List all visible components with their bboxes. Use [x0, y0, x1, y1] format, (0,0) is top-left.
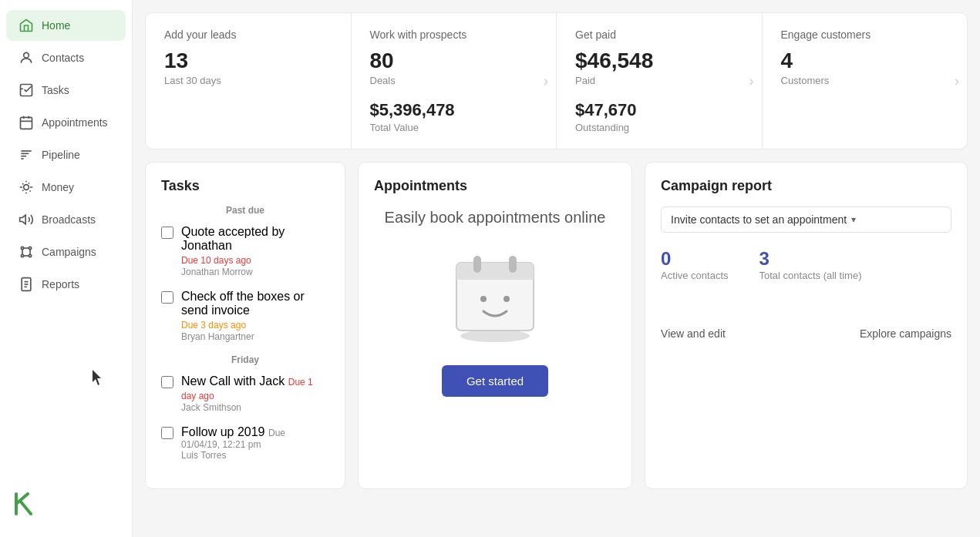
sidebar: Home Contacts Tasks Appointments Pipelin…	[0, 0, 133, 537]
task-checkbox-2[interactable]	[161, 376, 173, 388]
task-title-2: New Call with Jack Due 1 day ago	[181, 374, 329, 402]
campaigns-icon	[19, 244, 34, 260]
sidebar-label-tasks: Tasks	[42, 84, 69, 96]
stat-title-2: Get paid	[575, 29, 743, 41]
svg-point-16	[29, 254, 31, 257]
stat-engage-customers: Engage customers 4 Customers ›	[763, 13, 968, 149]
appointments-promo: Easily book appointments online	[385, 206, 606, 228]
stat-sublabel-2: Paid	[575, 75, 743, 86]
view-edit-link[interactable]: View and edit	[661, 327, 726, 340]
sidebar-item-broadcasts[interactable]: Broadcasts	[6, 204, 126, 235]
svg-point-25	[460, 330, 530, 342]
calendar-illustration	[449, 243, 541, 347]
task-item: New Call with Jack Due 1 day ago Jack Sm…	[161, 374, 329, 413]
stat-value-1: 80	[370, 49, 538, 73]
sidebar-label-money: Money	[42, 181, 74, 193]
sidebar-item-pipeline[interactable]: Pipeline	[6, 139, 126, 170]
stat-title-0: Add your leads	[164, 29, 332, 41]
task-title-1: Check off the boxes or send invoice	[181, 290, 329, 317]
money-icon	[19, 180, 34, 195]
task-title-text-0: Quote accepted by Jonathan	[181, 225, 285, 252]
svg-rect-1	[21, 85, 32, 96]
explore-campaigns-link[interactable]: Explore campaigns	[860, 327, 951, 340]
appointments-card: Appointments Easily book appointments on…	[358, 162, 632, 489]
calendar-icon	[449, 243, 541, 344]
friday-label: Friday	[161, 354, 329, 365]
sidebar-item-money[interactable]: Money	[6, 172, 126, 203]
task-item: Check off the boxes or send invoice Due …	[161, 290, 329, 342]
sidebar-item-reports[interactable]: Reports	[6, 269, 126, 300]
task-due-date-3: 01/04/19, 12:21 pm	[181, 439, 285, 450]
svg-point-0	[24, 52, 29, 58]
svg-point-31	[480, 296, 487, 302]
stat-secondary-label-1: Total Value	[370, 122, 538, 133]
sidebar-item-contacts[interactable]: Contacts	[6, 42, 126, 73]
task-person-1: Bryan Hangartner	[181, 331, 329, 342]
appointments-title: Appointments	[374, 178, 467, 194]
total-contacts-stat: 3 Total contacts (all time)	[759, 248, 862, 281]
task-checkbox-0[interactable]	[161, 227, 173, 239]
contacts-icon	[19, 50, 34, 65]
svg-rect-28	[456, 272, 534, 280]
task-due-3: Due	[268, 428, 285, 438]
campaign-card: Campaign report Invite contacts to set a…	[645, 162, 968, 489]
task-person-3: Luis Torres	[181, 450, 285, 461]
task-due-0: Due 10 days ago	[181, 255, 251, 266]
svg-marker-12	[20, 215, 26, 224]
svg-rect-3	[21, 117, 32, 129]
task-person-2: Jack Smithson	[181, 402, 329, 413]
arrow-icon-3: ›	[955, 73, 959, 89]
sidebar-item-tasks[interactable]: Tasks	[6, 75, 126, 106]
sidebar-label-broadcasts: Broadcasts	[42, 213, 96, 226]
svg-rect-29	[473, 256, 481, 273]
sidebar-item-appointments[interactable]: Appointments	[6, 107, 126, 138]
task-content-3: Follow up 2019 Due 01/04/19, 12:21 pm Lu…	[181, 425, 285, 461]
svg-rect-30	[509, 256, 517, 273]
arrow-icon-1: ›	[544, 73, 548, 89]
stat-add-leads: Add your leads 13 Last 30 days	[146, 13, 352, 149]
sidebar-label-campaigns: Campaigns	[42, 246, 96, 258]
get-started-button[interactable]: Get started	[442, 365, 548, 397]
svg-point-14	[29, 247, 31, 249]
sidebar-label-appointments: Appointments	[42, 116, 108, 129]
task-title-text-1: Check off the boxes or send invoice	[181, 290, 305, 317]
task-title-3: Follow up 2019 Due	[181, 425, 285, 439]
tasks-icon	[19, 82, 34, 98]
sidebar-item-campaigns[interactable]: Campaigns	[6, 237, 126, 267]
task-checkbox-3[interactable]	[161, 427, 173, 439]
task-content-1: Check off the boxes or send invoice Due …	[181, 290, 329, 342]
broadcasts-icon	[19, 212, 34, 227]
total-contacts-label: Total contacts (all time)	[759, 270, 862, 281]
home-icon	[19, 18, 34, 33]
stat-work-prospects: Work with prospects 80 Deals $5,396,478 …	[352, 13, 557, 149]
svg-point-13	[21, 247, 23, 249]
appointments-icon	[19, 115, 34, 130]
tasks-card: Tasks Past due Quote accepted by Jonatha…	[145, 162, 345, 489]
sidebar-item-home[interactable]: Home	[6, 10, 126, 41]
sidebar-label-reports: Reports	[42, 278, 79, 290]
main-content: Add your leads 13 Last 30 days Work with…	[133, 0, 980, 537]
stat-secondary-label-2: Outstanding	[575, 122, 743, 133]
arrow-icon-2: ›	[749, 73, 754, 89]
stat-title-1: Work with prospects	[370, 29, 538, 41]
task-item: Quote accepted by Jonathan Due 10 days a…	[161, 225, 329, 277]
pipeline-icon	[19, 147, 34, 163]
bottom-row: Tasks Past due Quote accepted by Jonatha…	[145, 162, 968, 489]
task-content-2: New Call with Jack Due 1 day ago Jack Sm…	[181, 374, 329, 413]
task-person-0: Jonathan Morrow	[181, 267, 329, 277]
task-content-0: Quote accepted by Jonathan Due 10 days a…	[181, 225, 329, 277]
stat-sublabel-0: Last 30 days	[164, 75, 332, 86]
stat-get-paid: Get paid $46,548 Paid $47,670 Outstandin…	[557, 13, 763, 149]
task-checkbox-1[interactable]	[161, 291, 173, 304]
stat-title-3: Engage customers	[781, 29, 949, 41]
svg-point-11	[24, 185, 29, 190]
task-title-0: Quote accepted by Jonathan	[181, 225, 329, 253]
task-item: Follow up 2019 Due 01/04/19, 12:21 pm Lu…	[161, 425, 329, 461]
campaign-dropdown[interactable]: Invite contacts to set an appointment ▾	[661, 206, 951, 233]
campaign-footer: View and edit Explore campaigns	[661, 327, 951, 340]
stat-secondary-value-2: $47,670	[575, 100, 743, 120]
sidebar-label-pipeline: Pipeline	[42, 149, 80, 161]
campaign-title: Campaign report	[661, 178, 951, 194]
sidebar-label-home: Home	[42, 19, 70, 32]
past-due-label: Past due	[161, 205, 329, 216]
